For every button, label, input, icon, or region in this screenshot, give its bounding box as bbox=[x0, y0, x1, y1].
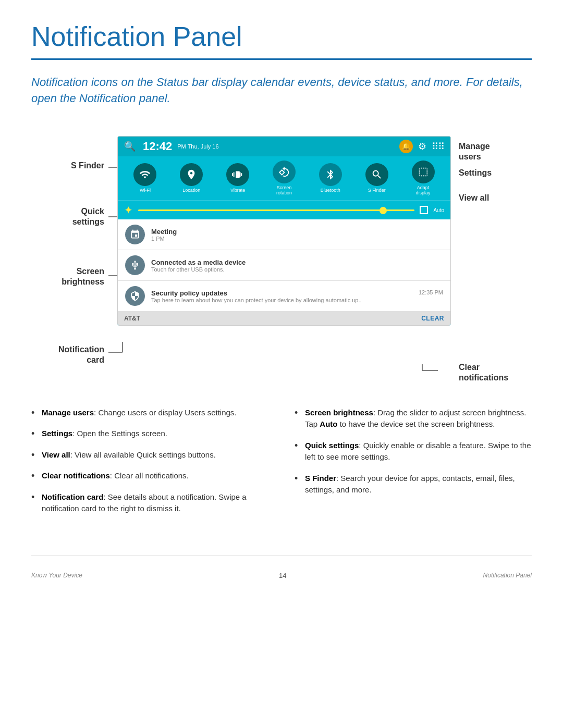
bullet-notification-card: Notification card: See details about a n… bbox=[31, 491, 268, 515]
label-quick-settings: Quicksettings bbox=[31, 206, 104, 228]
security-content: Security policy updates 12:35 PM Tap her… bbox=[151, 289, 443, 303]
auto-bold: Auto bbox=[320, 419, 337, 428]
status-bar: 🔍 12:42 PM Thu, July 16 🔔 ⚙ ⠿⠿ bbox=[118, 137, 450, 156]
qs-bluetooth[interactable]: Bluetooth bbox=[309, 163, 351, 193]
notification-panel: Meeting 1 PM Connected as a media device… bbox=[118, 219, 450, 312]
term-notification-card: Notification card bbox=[42, 492, 103, 501]
term-screen-brightness: Screen brightness bbox=[305, 408, 373, 417]
page-title: Notification Panel bbox=[31, 21, 532, 52]
security-time: 12:35 PM bbox=[419, 289, 443, 295]
footer-right: Notification Panel bbox=[483, 572, 532, 579]
usb-content: Connected as a media device Touch for ot… bbox=[151, 258, 443, 273]
term-quick-settings: Quick settings bbox=[305, 441, 359, 450]
qs-screen-rotation[interactable]: Screenrotation bbox=[263, 161, 305, 196]
time-suffix: PM Thu, July 16 bbox=[177, 143, 218, 150]
term-view-all: View all bbox=[42, 450, 70, 459]
usb-icon bbox=[125, 255, 145, 275]
bullet-section: Manage users: Change users or display Us… bbox=[31, 407, 532, 524]
bluetooth-icon bbox=[319, 163, 342, 186]
phone-screen: 🔍 12:42 PM Thu, July 16 🔔 ⚙ ⠿⠿ Wi-Fi bbox=[117, 136, 451, 326]
bullet-s-finder: S Finder: Search your device for apps, c… bbox=[295, 473, 532, 496]
qs-wifi[interactable]: Wi-Fi bbox=[124, 163, 166, 193]
bell-icon: 🔔 bbox=[399, 140, 413, 153]
security-subtitle: Tap here to learn about how you can prot… bbox=[151, 297, 443, 303]
bullet-view-all: View all: View all available Quick setti… bbox=[31, 449, 268, 461]
auto-label: Auto bbox=[433, 207, 444, 213]
label-s-finder: S Finder bbox=[31, 161, 104, 170]
page-subtitle: Notification icons on the Status bar dis… bbox=[31, 75, 532, 107]
location-label: Location bbox=[182, 188, 200, 193]
security-icon bbox=[125, 286, 145, 306]
qs-s-finder[interactable]: S Finder bbox=[356, 163, 398, 193]
bullet-column-left: Manage users: Change users or display Us… bbox=[31, 407, 268, 524]
auto-checkbox[interactable] bbox=[420, 206, 428, 214]
notification-security[interactable]: Security policy updates 12:35 PM Tap her… bbox=[118, 281, 450, 312]
label-manage-users: Manageusers bbox=[459, 141, 532, 163]
bottom-bar: AT&T CLEAR bbox=[118, 312, 450, 325]
label-screen-brightness: Screenbrightness bbox=[31, 266, 104, 288]
bullet-clear-notifications: Clear notifications: Clear all notificat… bbox=[31, 470, 268, 482]
meeting-content: Meeting 1 PM bbox=[151, 228, 443, 242]
notification-meeting[interactable]: Meeting 1 PM bbox=[118, 219, 450, 250]
brightness-row: ✦ Auto bbox=[118, 200, 450, 219]
term-s-finder: S Finder bbox=[305, 474, 336, 483]
adapt-display-label: Adaptdisplay bbox=[416, 185, 431, 196]
bluetooth-label: Bluetooth bbox=[321, 188, 340, 193]
term-clear-notifications: Clear notifications bbox=[42, 471, 110, 480]
search-icon: 🔍 bbox=[124, 141, 136, 152]
diagram-container: S Finder Quicksettings Screenbrightness … bbox=[31, 126, 532, 397]
calendar-icon bbox=[125, 225, 145, 244]
term-manage-users: Manage users bbox=[42, 408, 94, 417]
label-view-all: View all bbox=[459, 193, 532, 203]
wifi-icon bbox=[133, 163, 156, 186]
bullet-quick-settings: Quick settings: Quickly enable or disabl… bbox=[295, 440, 532, 463]
bullet-screen-brightness: Screen brightness: Drag the slider to ad… bbox=[295, 407, 532, 430]
vibrate-label: Vibrate bbox=[230, 188, 245, 193]
status-bar-right: 🔔 ⚙ ⠿⠿ bbox=[399, 140, 444, 153]
bullet-settings: Settings: Open the Settings screen. bbox=[31, 428, 268, 440]
usb-subtitle: Touch for other USB options. bbox=[151, 266, 443, 273]
label-clear-notifications: Clearnotifications bbox=[459, 362, 532, 384]
footer: Know Your Device 14 Notification Panel bbox=[31, 556, 532, 579]
adapt-display-icon bbox=[412, 161, 435, 183]
location-icon bbox=[180, 163, 203, 186]
meeting-time: 1 PM bbox=[151, 236, 443, 242]
wifi-label: Wi-Fi bbox=[140, 188, 151, 193]
qs-vibrate[interactable]: Vibrate bbox=[217, 163, 259, 193]
qs-location[interactable]: Location bbox=[170, 163, 213, 193]
gear-icon: ⚙ bbox=[418, 141, 426, 152]
usb-title: Connected as a media device bbox=[151, 258, 443, 266]
s-finder-label: S Finder bbox=[368, 188, 386, 193]
time-display: 12:42 bbox=[143, 140, 172, 153]
screen-rotation-label: Screenrotation bbox=[276, 185, 292, 196]
brightness-thumb[interactable] bbox=[380, 207, 387, 214]
meeting-title: Meeting bbox=[151, 228, 443, 236]
bullet-manage-users: Manage users: Change users or display Us… bbox=[31, 407, 268, 419]
quick-settings-row: Wi-Fi Location Vibrate bbox=[118, 156, 450, 201]
label-settings: Settings bbox=[459, 168, 532, 178]
label-notification-card: Notificationcard bbox=[31, 344, 104, 366]
status-bar-left: 🔍 12:42 PM Thu, July 16 bbox=[124, 140, 219, 153]
brightness-track[interactable] bbox=[138, 209, 414, 211]
security-title: Security policy updates bbox=[151, 289, 227, 297]
qs-adapt-display[interactable]: Adaptdisplay bbox=[402, 161, 444, 196]
screen-rotation-icon bbox=[273, 161, 296, 183]
carrier-text: AT&T bbox=[124, 315, 140, 322]
brightness-icon: ✦ bbox=[124, 204, 133, 216]
clear-button[interactable]: CLEAR bbox=[421, 315, 444, 322]
grid-icon: ⠿⠿ bbox=[432, 141, 444, 152]
s-finder-icon bbox=[365, 163, 388, 186]
bullet-column-right: Screen brightness: Drag the slider to ad… bbox=[295, 407, 532, 524]
notification-usb[interactable]: Connected as a media device Touch for ot… bbox=[118, 250, 450, 281]
footer-page-number: 14 bbox=[279, 572, 286, 579]
title-divider bbox=[31, 58, 532, 60]
term-settings: Settings bbox=[42, 429, 72, 438]
footer-left: Know Your Device bbox=[31, 572, 82, 579]
vibrate-icon bbox=[226, 163, 249, 186]
